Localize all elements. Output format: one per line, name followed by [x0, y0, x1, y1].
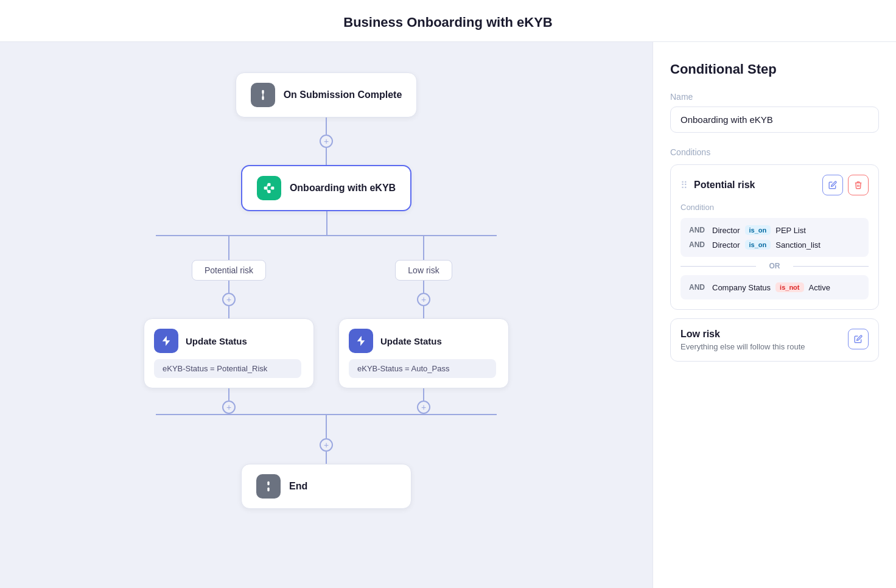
conditional-node[interactable]: Onboarding with eKYB — [241, 165, 411, 211]
rule-row-3: AND Company Status is_not Active — [689, 282, 860, 292]
name-label: Name — [670, 92, 879, 102]
svg-rect-10 — [267, 488, 269, 492]
svg-line-7 — [267, 188, 268, 192]
name-field-group: Name — [670, 92, 879, 133]
low-risk-description: Everything else will follow this route — [681, 342, 805, 351]
edit-potential-risk-button[interactable] — [822, 175, 843, 195]
svg-rect-4 — [267, 190, 270, 193]
add-after-action-2[interactable]: + — [417, 401, 430, 414]
connector-2 — [326, 148, 327, 165]
svg-rect-3 — [267, 183, 270, 186]
conditional-icon — [257, 176, 281, 200]
rule-object-1: PEP List — [775, 226, 806, 235]
rule-object-3: Active — [809, 283, 830, 292]
action-value-2: eKYB-Status = Auto_Pass — [349, 359, 496, 378]
svg-rect-1 — [262, 96, 264, 100]
svg-rect-9 — [267, 481, 269, 486]
action-value-1: eKYB-Status = Potential_Risk — [154, 359, 301, 378]
conditional-node-label: Onboarding with eKYB — [290, 183, 396, 194]
trigger-node-label: On Submission Complete — [284, 89, 402, 100]
branch-label-potential-risk: Potential risk — [192, 260, 266, 281]
conditions-label: Conditions — [670, 147, 879, 157]
rule-row-2: AND Director is_on Sanction_list — [689, 240, 860, 250]
trigger-node[interactable]: On Submission Complete — [236, 72, 418, 117]
rule-object-2: Sanction_list — [775, 240, 821, 250]
branch-label-low-risk: Low risk — [395, 260, 452, 281]
action-node-1[interactable]: Update Status eKYB-Status = Potential_Ri… — [144, 318, 314, 388]
connector-1 — [326, 117, 327, 135]
action-icon-2 — [349, 329, 373, 353]
end-node-label: End — [289, 481, 307, 492]
end-icon — [256, 474, 281, 499]
name-input[interactable] — [670, 107, 879, 133]
rule-prefix-2: AND — [689, 240, 707, 249]
add-before-end[interactable]: + — [320, 438, 333, 452]
page-title: Business Onboarding with eKYB — [0, 0, 896, 42]
condition-card-potential-risk: ⠿ Potential risk — [670, 164, 879, 310]
delete-potential-risk-button[interactable] — [848, 175, 869, 195]
trigger-icon — [251, 83, 275, 107]
sidebar-title: Conditional Step — [670, 61, 879, 77]
branch-low-risk: Low risk + U — [338, 236, 509, 414]
add-before-action-2[interactable]: + — [417, 293, 430, 306]
low-risk-content: Low risk Everything else will follow thi… — [681, 329, 805, 351]
rule-prefix-3: AND — [689, 283, 707, 292]
condition-card-low-risk: Low risk Everything else will follow thi… — [670, 318, 879, 362]
condition-subtitle: Condition — [681, 203, 869, 212]
low-risk-title: Low risk — [681, 329, 805, 340]
add-after-action-1[interactable]: + — [222, 401, 236, 414]
end-node[interactable]: End — [241, 464, 411, 509]
canvas-area: On Submission Complete + — [0, 42, 653, 588]
svg-line-6 — [267, 184, 268, 188]
condition-rules-1: AND Director is_on PEP List AND Director… — [681, 218, 869, 257]
rule-operator-1: is_on — [745, 225, 771, 235]
potential-risk-title: Potential risk — [694, 180, 755, 191]
rule-prefix-1: AND — [689, 226, 707, 234]
branch-section: Potential risk + — [144, 211, 509, 509]
conditions-group: Conditions ⠿ Potential risk — [670, 147, 879, 362]
add-before-action-1[interactable]: + — [222, 293, 236, 306]
rule-operator-3: is_not — [775, 282, 803, 292]
sidebar: Conditional Step Name Conditions ⠿ Poten… — [653, 42, 896, 588]
action-node-2[interactable]: Update Status eKYB-Status = Auto_Pass — [338, 318, 509, 388]
edit-low-risk-button[interactable] — [848, 329, 869, 349]
svg-rect-5 — [271, 187, 274, 190]
action-label-1: Update Status — [186, 336, 247, 346]
or-divider: OR — [681, 262, 869, 270]
branch-potential-risk: Potential risk + — [144, 236, 314, 414]
rule-row-1: AND Director is_on PEP List — [689, 225, 860, 235]
rule-subject-2: Director — [712, 240, 740, 250]
rule-subject-3: Company Status — [712, 283, 771, 292]
rule-operator-2: is_on — [745, 240, 771, 250]
drag-handle-icon[interactable]: ⠿ — [681, 180, 689, 191]
action-label-2: Update Status — [380, 336, 442, 346]
rule-subject-1: Director — [712, 226, 740, 235]
svg-rect-2 — [264, 187, 267, 190]
condition-rules-2: AND Company Status is_not Active — [681, 275, 869, 299]
action-icon-1 — [154, 329, 178, 353]
add-between-trigger-conditional[interactable]: + — [320, 135, 333, 148]
svg-rect-0 — [262, 90, 264, 94]
